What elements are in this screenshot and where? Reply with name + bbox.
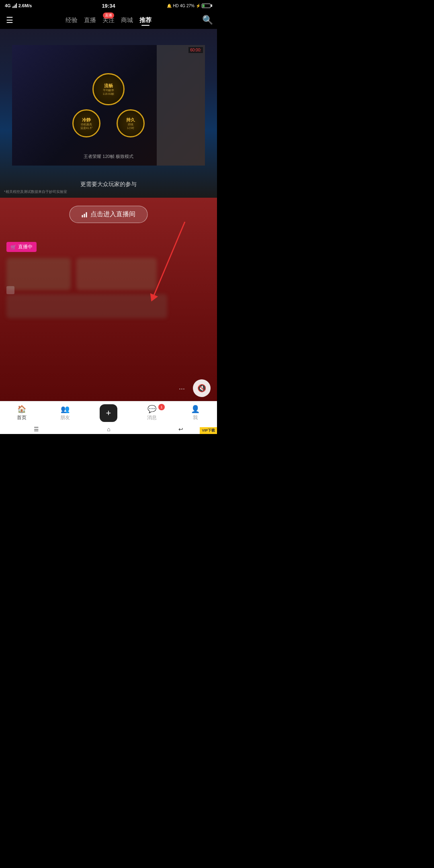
nav-messages[interactable]: 💬 消息 1 <box>130 405 174 421</box>
status-right: 🔔 HD 4G 27% ⚡ <box>167 4 212 8</box>
video-section: 流畅 平均帧率119.61帧 冷静 待机最高温度41.5° 持久 持续1小时 <box>0 29 217 198</box>
circle-cool-label: 冷静 <box>82 117 91 123</box>
circle-endurance: 持久 持续1小时 <box>117 109 145 137</box>
video-caption: 更需要大众玩家的参与 <box>0 181 217 188</box>
screen-container: 流畅 平均帧率119.61帧 冷静 待机最高温度41.5° 持久 持续1小时 <box>12 45 205 166</box>
nav-tabs: 经验 直播 关注 直播 商城 推荐 <box>66 16 151 24</box>
game-label: 王者荣耀 120帧 极致模式 <box>12 154 205 160</box>
friends-label: 朋友 <box>60 414 70 421</box>
battery-icon <box>202 4 212 8</box>
cart-icon: 🛒 <box>10 244 16 250</box>
content-area: 流畅 平均帧率119.61帧 冷静 待机最高温度41.5° 持久 持续1小时 <box>0 29 217 401</box>
blurred-content-1 <box>6 258 71 290</box>
nav-add[interactable]: + <box>87 404 130 422</box>
video-inner: 流畅 平均帧率119.61帧 冷静 待机最高温度41.5° 持久 持续1小时 <box>0 29 217 198</box>
status-left: 4G 2.6M/s <box>5 3 32 8</box>
nav-me[interactable]: 👤 我 <box>174 405 217 421</box>
messages-label: 消息 <box>147 414 157 421</box>
nav-bar: ☰ 经验 直播 关注 直播 商城 推荐 🔍 <box>0 11 217 29</box>
messages-icon: 💬 <box>147 405 156 414</box>
circle-smooth-label: 流畅 <box>104 83 113 89</box>
screen-bg: 流畅 平均帧率119.61帧 冷静 待机最高温度41.5° 持久 持续1小时 <box>12 45 205 166</box>
friends-icon: 👥 <box>61 405 70 414</box>
nav-tab-mall[interactable]: 商城 <box>121 16 133 24</box>
circles-diagram: 流畅 平均帧率119.61帧 冷静 待机最高温度41.5° 持久 持续1小时 <box>68 73 149 137</box>
plus-icon: + <box>106 408 111 418</box>
live-badge: 直播 <box>103 12 114 18</box>
hd-label: HD <box>173 4 178 8</box>
profile-icon: 👤 <box>191 405 200 414</box>
message-badge: 1 <box>158 404 165 410</box>
home-icon: 🏠 <box>17 405 26 414</box>
more-options-icon[interactable]: ··· <box>179 385 185 393</box>
android-system-bar: ☰ ⌂ ↩ <box>0 424 217 434</box>
nav-tab-live[interactable]: 直播 <box>84 16 96 24</box>
nav-home[interactable]: 🏠 首页 <box>0 405 43 421</box>
add-button[interactable]: + <box>100 404 117 422</box>
live-status-badge: 🛒 直播中 <box>6 242 37 252</box>
battery-percent: 27% <box>186 4 194 8</box>
nav-tab-recommend[interactable]: 推荐 <box>139 16 151 24</box>
android-menu-button[interactable]: ☰ <box>34 426 39 432</box>
alarm-icon: 🔔 <box>167 4 172 8</box>
android-back-button[interactable]: ↩ <box>178 426 183 432</box>
charging-icon: ⚡ <box>196 4 201 8</box>
video-footnote: *相关程控及测试数据来自于妙司实验室 <box>4 189 67 194</box>
network-speed: 2.6M/s <box>18 3 32 8</box>
circle-cool-sub: 待机最高温度41.5° <box>80 123 92 130</box>
circle-cool: 冷静 待机最高温度41.5° <box>72 109 100 137</box>
network-indicator: 4G <box>5 3 11 8</box>
android-home-button[interactable]: ⌂ <box>107 426 110 432</box>
circle-endurance-sub: 持续1小时 <box>127 123 134 130</box>
live-content-area <box>0 254 217 334</box>
status-time: 19:34 <box>102 3 115 9</box>
small-icon-left <box>6 286 14 294</box>
nav-friends[interactable]: 👥 朋友 <box>43 405 87 421</box>
bottom-nav: 🏠 首页 👥 朋友 + 💬 消息 1 👤 我 <box>0 401 217 424</box>
enter-live-button[interactable]: 点击进入直播间 <box>70 206 148 223</box>
live-signal-icon <box>82 212 87 217</box>
circle-smooth-sub: 平均帧率119.61帧 <box>103 89 114 96</box>
blurred-content-3 <box>6 294 167 318</box>
nav-tab-experience[interactable]: 经验 <box>66 16 78 24</box>
status-bar: 4G 2.6M/s 19:34 🔔 HD 4G 27% ⚡ <box>0 0 217 11</box>
circle-endurance-label: 持久 <box>126 117 135 123</box>
network-type-4g: 4G <box>180 4 185 8</box>
me-label: 我 <box>193 414 198 421</box>
menu-icon[interactable]: ☰ <box>3 15 16 25</box>
blurred-content-2 <box>76 258 157 290</box>
screen-blur-overlay <box>157 45 205 166</box>
nav-tab-follow[interactable]: 关注 直播 <box>102 16 115 24</box>
circle-smooth: 流畅 平均帧率119.61帧 <box>92 73 125 105</box>
mute-icon: 🔇 <box>197 384 206 393</box>
screen-timer: 60:00: <box>188 47 203 53</box>
mute-button[interactable]: 🔇 <box>193 379 211 397</box>
search-icon[interactable]: 🔍 <box>201 15 214 25</box>
enter-live-text: 点击进入直播间 <box>90 210 135 219</box>
signal-bars <box>12 3 17 8</box>
live-section: 点击进入直播间 🛒 直播中 ··· 🔇 <box>0 198 217 401</box>
live-badge-text: 直播中 <box>18 244 33 250</box>
vip-watermark: VIP下载 <box>200 427 217 434</box>
home-label: 首页 <box>17 414 27 421</box>
